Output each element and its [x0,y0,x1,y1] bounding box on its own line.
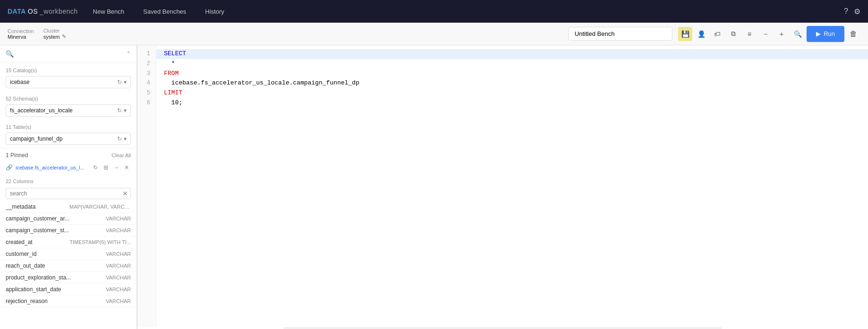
list-item: campaign_customer_st... VARCHAR [0,225,137,236]
column-name: rejection_reason [6,298,106,304]
refresh-catalog-icon[interactable]: ↻ [117,79,122,85]
settings-icon[interactable]: ⚙ [854,7,860,16]
table-pinned-icon[interactable]: ⊞ [102,163,110,172]
left-panel-scroll: 15 Catalog(s) icebase ↻ ▾ 52 Schema(s) f… [0,63,137,329]
logo-os: OS [28,8,38,15]
save-button[interactable]: 💾 [678,27,692,41]
catalog-dropdown-icons: ↻ ▾ [117,79,127,85]
code-content[interactable]: SELECT *FROM icebase.fs_accelerator_us_l… [156,45,868,327]
nav-history[interactable]: History [201,6,228,17]
column-type: VARCHAR [106,228,131,233]
column-type: VARCHAR [106,251,131,257]
schema-value: fs_accelerator_us_locale [10,107,117,114]
pinned-label: 1 Pinned [6,152,28,159]
format-button[interactable]: ≡ [742,27,756,41]
schema-section: 52 Schema(s) fs_accelerator_us_locale ↻ … [0,91,137,119]
column-name: campaign_customer_st... [6,227,106,234]
cluster-info: Cluster system ✎ [43,28,66,40]
catalog-section: 15 Catalog(s) icebase ↻ ▾ [0,63,137,91]
schema-dropdown-icons: ↻ ▾ [117,107,127,114]
collapse-icon[interactable]: ⌃ [126,51,131,57]
pinned-item-name: icebase.fs_accelerator_us_l... [16,165,88,170]
arrow-pinned-icon[interactable]: → [112,163,120,172]
main-content: 🔍 ⌃ 15 Catalog(s) icebase ↻ ▾ 52 Schema(… [0,45,868,329]
left-panel: 🔍 ⌃ 15 Catalog(s) icebase ↻ ▾ 52 Schema(… [0,45,137,329]
link-icon: 🔗 [6,164,13,171]
columns-search-clear-icon[interactable]: ✕ [122,190,128,197]
code-line: 10; [164,98,860,108]
columns-search-input[interactable] [6,188,131,199]
logo-workbench: _workbench [40,8,78,15]
top-nav: DATA OS _workbench New Bench Saved Bench… [0,0,868,23]
help-icon[interactable]: ? [844,7,848,16]
column-type: TIMESTAMP(6) WITH TI... [69,239,131,245]
refresh-table-icon[interactable]: ↻ [117,135,122,142]
search-icon[interactable]: 🔍 [6,50,14,58]
catalog-dropdown[interactable]: icebase ↻ ▾ [6,76,131,88]
close-pinned-icon[interactable]: ✕ [122,163,131,172]
column-name: campaign_customer_ar... [6,215,106,222]
chevron-schema-icon: ▾ [124,107,127,114]
cluster-label: Cluster [43,28,66,34]
list-item: __metadata MAP(VARCHAR, VARCH... [0,201,137,213]
clear-all-button[interactable]: Clear All [112,152,131,158]
pinned-section: 1 Pinned Clear All 🔗 icebase.fs_accelera… [0,148,137,177]
column-name: created_at [6,239,69,245]
chevron-table-icon: ▾ [124,135,127,142]
run-button[interactable]: ▶ Run [807,26,844,42]
refresh-schema-icon[interactable]: ↻ [117,107,122,114]
code-line: * [164,59,860,69]
column-type: VARCHAR [106,287,131,292]
logo-data: DATA [8,8,26,15]
code-line: SELECT [156,49,868,59]
column-name: customer_id [6,251,106,257]
increase-button[interactable]: + [774,27,789,41]
list-item: campaign_customer_ar... VARCHAR [0,213,137,225]
code-line: FROM [164,69,860,79]
left-panel-header: 🔍 ⌃ [0,45,137,63]
find-button[interactable]: 🔍 [791,27,805,41]
column-type: VARCHAR [106,216,131,221]
line-number: 4 [141,78,150,88]
delete-button[interactable]: 🗑 [846,27,860,41]
edit-cluster-icon[interactable]: ✎ [62,34,66,40]
column-type: VARCHAR [106,263,131,269]
nav-new-bench[interactable]: New Bench [89,6,128,17]
column-name: __metadata [6,203,69,210]
column-name: product_exploration_sta... [6,274,106,281]
toolbar: Connection Minerva Cluster system ✎ 💾 👤 … [0,23,868,45]
line-number: 6 [141,98,150,108]
list-item: application_start_date VARCHAR [0,284,137,295]
logo: DATA OS _workbench [8,8,78,15]
line-number: 2 [141,59,150,69]
list-item: created_at TIMESTAMP(6) WITH TI... [0,236,137,248]
column-type: VARCHAR [106,298,131,304]
table-dropdown[interactable]: campaign_funnel_dp ↻ ▾ [6,133,131,145]
nav-saved-benches[interactable]: Saved Benches [139,6,190,17]
share-button[interactable]: 👤 [694,27,708,41]
tag-button[interactable]: 🏷 [710,27,724,41]
code-line: icebase.fs_accelerator_us_locale.campaig… [164,78,860,88]
nav-right: ? ⚙ [844,7,860,16]
decrease-button[interactable]: − [758,27,773,41]
copy-button[interactable]: ⧉ [726,27,740,41]
list-item: customer_id VARCHAR [0,248,137,260]
pinned-item-actions: ↻ ⊞ → ✕ [91,163,131,172]
code-line: LIMIT [164,88,860,98]
bench-name-input[interactable] [568,27,672,41]
scroll-indicator [284,327,722,329]
line-number: 1 [141,49,150,59]
catalog-value: icebase [10,79,117,85]
column-name: reach_out_date [6,262,106,269]
table-label: 11 Table(s) [6,124,131,130]
schema-dropdown[interactable]: fs_accelerator_us_locale ↻ ▾ [6,104,131,117]
connection-info: Connection Minerva [8,28,34,40]
connection-label: Connection [8,28,34,34]
table-dropdown-icons: ↻ ▾ [117,135,127,142]
code-editor[interactable]: 123456 SELECT *FROM icebase.fs_accelerat… [138,45,868,327]
catalog-label: 15 Catalog(s) [6,67,131,73]
table-value: campaign_funnel_dp [10,135,117,142]
refresh-pinned-icon[interactable]: ↻ [91,163,100,172]
line-number: 5 [141,88,150,98]
editor-panel[interactable]: 123456 SELECT *FROM icebase.fs_accelerat… [138,45,868,329]
